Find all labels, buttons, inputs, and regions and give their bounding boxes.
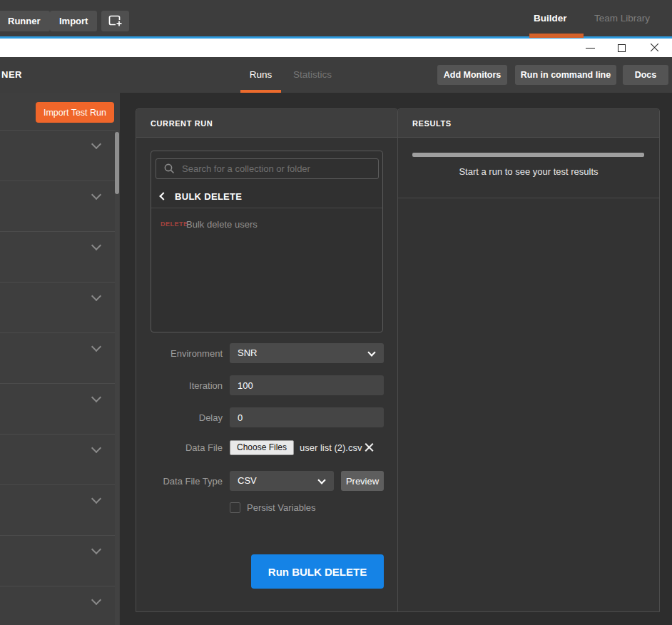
past-run-item[interactable] [0,232,116,283]
results-header: RESULTS [398,109,659,138]
chevron-down-icon[interactable] [91,494,101,504]
past-run-item[interactable] [0,333,116,384]
collection-search-input[interactable] [156,158,379,179]
request-name: Bulk delete users [186,219,258,230]
tab-team-library[interactable]: Team Library [594,0,650,36]
runner-window: Runner Import Builder Team Library NER R… [0,0,672,625]
past-run-item[interactable] [0,384,116,435]
tab-builder[interactable]: Builder [534,0,567,36]
run-progress-bar [412,153,644,157]
environment-label: Environment [136,348,230,359]
past-run-item[interactable] [0,485,116,536]
iteration-label: Iteration [136,380,230,391]
past-runs-sidebar: Import Test Run [0,93,120,625]
preview-button[interactable]: Preview [341,471,384,491]
environment-select[interactable]: SNR [230,343,384,363]
docs-button[interactable]: Docs [623,65,668,85]
past-run-item[interactable] [0,435,116,485]
results-separator [398,198,659,198]
collection-breadcrumb[interactable]: BULK DELETE [151,185,382,208]
past-run-item[interactable] [0,181,116,232]
chevron-down-icon[interactable] [91,544,101,554]
sidebar-scrollbar-track[interactable] [115,130,119,625]
chevron-down-icon [317,476,325,484]
chevron-down-icon[interactable] [91,190,101,200]
clear-file-icon[interactable] [365,442,374,452]
chevron-down-icon[interactable] [91,240,101,250]
persist-variables-label: Persist Variables [247,502,316,513]
persist-variables-checkbox[interactable] [230,502,240,513]
request-method-badge: DELETE [161,220,186,228]
data-file-name: user list (2).csv [300,442,362,453]
data-file-type-value: CSV [238,475,257,486]
results-empty-message: Start a run to see your test results [398,166,659,177]
past-run-item[interactable] [0,131,116,181]
maximize-button[interactable] [611,39,632,57]
request-list-item[interactable]: DELETE Bulk delete users [151,215,382,233]
back-chevron-icon[interactable] [159,192,167,200]
collection-selector: BULK DELETE DELETE Bulk delete users [151,151,383,332]
iteration-input[interactable] [230,375,384,395]
runner-button[interactable]: Runner [0,11,50,31]
close-icon [650,44,659,53]
new-collection-button[interactable] [101,11,129,31]
past-run-item[interactable] [0,586,116,625]
maximize-icon [618,44,626,52]
minimize-button[interactable] [579,39,601,57]
results-panel: RESULTS Start a run to see your test res… [397,108,660,612]
chevron-down-icon[interactable] [91,139,101,149]
delay-label: Delay [136,412,230,423]
search-icon [163,163,175,175]
environment-value: SNR [238,347,257,358]
sidebar-scrollbar-thumb[interactable] [115,132,119,194]
minimize-icon [586,48,595,49]
run-in-command-line-button[interactable]: Run in command line [515,65,616,85]
current-run-panel: CURRENT RUN BULK DELETE DELETE Bulk dele… [136,108,398,612]
tab-runs[interactable]: Runs [240,57,281,93]
chevron-down-icon [367,348,375,356]
past-runs-list [0,130,116,625]
current-run-header: CURRENT RUN [136,109,397,138]
tab-statistics[interactable]: Statistics [287,57,337,93]
close-button[interactable] [643,39,665,57]
import-button[interactable]: Import [50,11,97,31]
chevron-down-icon[interactable] [91,342,101,352]
chevron-down-icon[interactable] [91,291,101,301]
data-file-label: Data File [136,442,230,453]
new-collection-icon [108,15,123,27]
runner-title: NER [1,57,22,93]
import-test-run-button[interactable]: Import Test Run [36,102,114,123]
postman-topbar: Runner Import Builder Team Library [0,0,672,36]
delay-input[interactable] [230,407,384,427]
run-collection-button[interactable]: Run BULK DELETE [251,554,384,589]
collection-name: BULK DELETE [175,191,242,202]
data-file-type-label: Data File Type [136,476,230,487]
past-run-item[interactable] [0,536,116,586]
runner-header: NER Runs Statistics Add Monitors Run in … [0,57,672,93]
data-file-type-select[interactable]: CSV [230,471,334,491]
chevron-down-icon[interactable] [91,443,101,453]
add-monitors-button[interactable]: Add Monitors [437,65,507,85]
runs-active-underline [240,90,281,93]
builder-active-underline [529,34,584,38]
past-run-item[interactable] [0,283,116,333]
choose-files-button[interactable]: Choose Files [230,440,294,455]
chevron-down-icon[interactable] [91,392,101,402]
chevron-down-icon[interactable] [91,595,101,605]
os-titlebar [0,39,672,57]
